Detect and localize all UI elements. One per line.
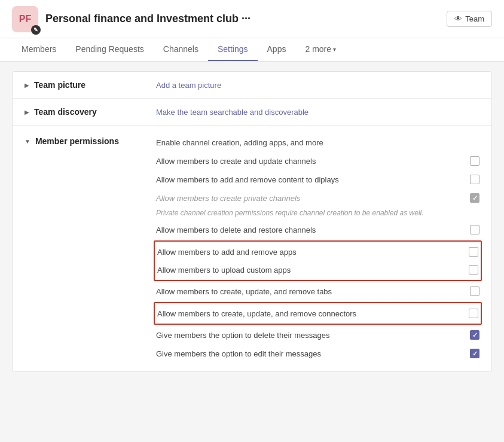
team-discovery-label: ▶ Team discovery — [25, 107, 144, 117]
team-button[interactable]: 👁 Team — [447, 11, 492, 27]
member-permissions-label: ▼ Member permissions — [25, 134, 144, 146]
tab-pending-requests[interactable]: Pending Requests — [66, 38, 153, 61]
checkbox-create-update-remove-connectors[interactable] — [469, 309, 478, 318]
permission-create-update-remove-tabs: Allow members to create, update, and rem… — [156, 282, 479, 301]
tab-members[interactable]: Members — [12, 38, 66, 61]
permissions-header-link[interactable]: Enable channel creation, adding apps, an… — [156, 138, 479, 147]
team-title: Personal finance and Investment club ··· — [45, 13, 439, 25]
app-header: PF ✎ Personal finance and Investment clu… — [0, 0, 504, 38]
checkbox-create-update-channels[interactable] — [470, 156, 479, 166]
permission-delete-messages: Give members the option to delete their … — [156, 326, 479, 345]
avatar-edit-icon[interactable]: ✎ — [31, 25, 41, 35]
red-border-group-apps: Allow members to add and remove apps All… — [154, 240, 482, 281]
tab-settings[interactable]: Settings — [208, 38, 258, 61]
permission-delete-restore-channels: Allow members to delete and restore chan… — [156, 221, 479, 239]
chevron-right-icon-2: ▶ — [25, 109, 29, 115]
chevron-down-icon-2: ▼ — [25, 138, 30, 145]
red-border-group-connectors: Allow members to create, update, and rem… — [154, 302, 482, 325]
checkbox-create-update-remove-tabs[interactable] — [470, 286, 479, 296]
team-discovery-row: ▶ Team discovery Make the team searchabl… — [13, 99, 491, 126]
tab-more[interactable]: 2 more ▾ — [295, 38, 346, 61]
permission-add-remove-content: Allow members to add and remove content … — [156, 170, 479, 189]
team-picture-content: Add a team picture — [156, 80, 479, 90]
permission-add-remove-apps: Allow members to add and remove apps — [155, 243, 481, 261]
chevron-right-icon: ▶ — [25, 82, 29, 89]
eye-icon: 👁 — [454, 14, 462, 23]
checkbox-upload-custom-apps[interactable] — [469, 265, 478, 275]
checkbox-edit-messages[interactable] — [470, 349, 479, 358]
permission-edit-messages: Give members the option to edit their me… — [156, 345, 479, 363]
checkbox-add-remove-content[interactable] — [470, 175, 479, 184]
permissions-header-link-item: Enable channel creation, adding apps, an… — [156, 134, 479, 152]
permission-upload-custom-apps: Allow members to upload custom apps — [155, 261, 481, 279]
checkbox-delete-restore-channels[interactable] — [470, 225, 479, 234]
member-permissions-row: ▼ Member permissions Enable channel crea… — [13, 126, 491, 371]
team-picture-row: ▶ Team picture Add a team picture — [13, 72, 491, 99]
checkbox-add-remove-apps[interactable] — [469, 247, 478, 257]
permission-create-private-channels: Allow members to create private channels — [156, 189, 479, 208]
team-picture-label: ▶ Team picture — [25, 80, 144, 90]
team-discovery-content: Make the team searchable and discoverabl… — [156, 107, 479, 117]
nav-tabs: Members Pending Requests Channels Settin… — [0, 38, 504, 62]
chevron-down-icon: ▾ — [333, 46, 336, 53]
member-permissions-content: Enable channel creation, adding apps, an… — [156, 134, 479, 363]
private-channel-note: Private channel creation permissions req… — [156, 208, 479, 221]
checkbox-create-private-channels[interactable] — [470, 193, 479, 203]
checkbox-delete-messages[interactable] — [470, 330, 479, 340]
permission-create-update-channels: Allow members to create and update chann… — [156, 152, 479, 170]
permission-create-update-remove-connectors: Allow members to create, update, and rem… — [155, 304, 481, 322]
tab-apps[interactable]: Apps — [258, 38, 296, 61]
team-discovery-link[interactable]: Make the team searchable and discoverabl… — [156, 108, 308, 117]
add-team-picture-link[interactable]: Add a team picture — [156, 81, 221, 90]
team-avatar: PF ✎ — [12, 6, 38, 32]
settings-panel: ▶ Team picture Add a team picture ▶ Team… — [12, 71, 492, 372]
tab-channels[interactable]: Channels — [154, 38, 208, 61]
